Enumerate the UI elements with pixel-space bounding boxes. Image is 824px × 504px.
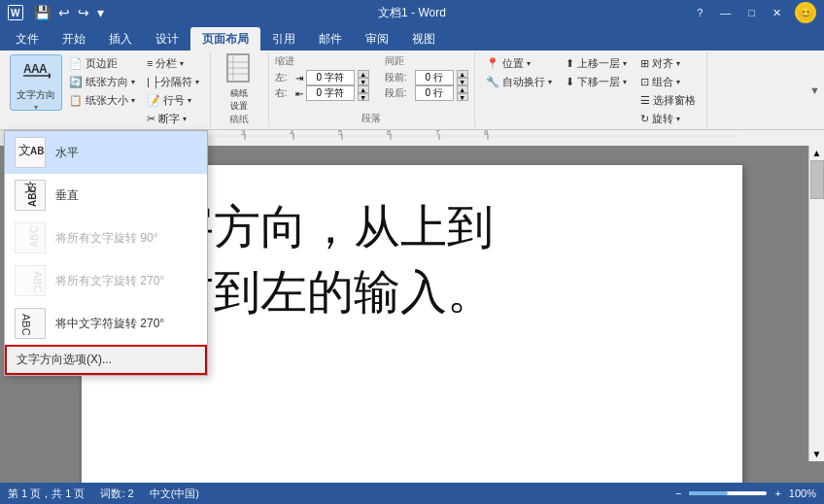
indent-right-input[interactable]: [306, 85, 355, 101]
position-icon: 📍: [486, 57, 499, 70]
align-icon: ⊞: [640, 57, 649, 70]
spacing-after-input[interactable]: [415, 85, 454, 101]
draft-content: 稿纸设置: [218, 54, 260, 111]
status-zoom-out[interactable]: −: [675, 487, 681, 499]
indent-right-down[interactable]: ▼: [358, 93, 369, 101]
vertical-scrollbar[interactable]: ▲ ▼: [808, 146, 824, 461]
scroll-up-btn[interactable]: ▲: [810, 146, 824, 160]
tab-review[interactable]: 审阅: [354, 27, 400, 50]
line-number-btn[interactable]: 📝 行号 ▾: [142, 91, 204, 109]
auto-action-btn[interactable]: 🔧 自动换行 ▾: [481, 73, 557, 90]
group-btn[interactable]: ⊡ 组合 ▾: [635, 73, 701, 90]
draft-paper-btn[interactable]: 稿纸设置: [218, 54, 260, 111]
scroll-down-btn[interactable]: ▼: [810, 447, 824, 461]
indent-right-spinner: ▲ ▼: [358, 85, 369, 101]
align-btn[interactable]: ⊞ 对齐 ▾: [635, 54, 701, 72]
paper-orientation-label: 纸张方向: [86, 75, 128, 89]
send-back-icon: ⬇: [566, 76, 574, 88]
spacing-after-down[interactable]: ▼: [457, 93, 468, 101]
status-zoom-level: 100%: [789, 487, 816, 499]
draft-group-label: 稿纸: [229, 113, 249, 126]
spacing-before-row: 段前: ▲ ▼: [385, 70, 468, 85]
hyphenation-label: 断字: [158, 112, 180, 126]
maximize-btn[interactable]: □: [740, 5, 763, 20]
tab-page-layout[interactable]: 页面布局: [190, 27, 260, 50]
help-btn[interactable]: ?: [689, 5, 710, 20]
group-icon: ⊡: [640, 76, 649, 88]
menu-item-options[interactable]: 文字方向选项(X)...: [5, 345, 207, 375]
status-zoom-in[interactable]: +: [774, 487, 780, 499]
line-number-arrow: ▾: [188, 96, 191, 105]
tab-file[interactable]: 文件: [4, 27, 51, 50]
paper-size-arrow: ▾: [131, 96, 135, 105]
spacing-before-input[interactable]: [415, 70, 454, 85]
status-language: 中文(中国): [150, 487, 199, 501]
menu-item-rotate90[interactable]: ABC 将所有文字旋转 90°: [5, 217, 207, 259]
user-avatar: 😊: [795, 2, 816, 23]
page-margin-label: 页边距: [86, 56, 118, 71]
tab-view[interactable]: 视图: [400, 27, 447, 50]
indent-left-down[interactable]: ▼: [358, 78, 369, 85]
columns-icon: ≡: [147, 57, 153, 69]
spacing-title: 间距: [385, 54, 468, 68]
position-btn[interactable]: 📍 位置 ▾: [481, 54, 557, 72]
status-zoom-bar[interactable]: [689, 491, 767, 495]
status-bar: 第 1 页，共 1 页 词数: 2 中文(中国) − + 100%: [0, 483, 824, 504]
indent-left-spinner: ▲ ▼: [358, 70, 369, 85]
menu-item-vertical[interactable]: 文 ABC 垂直: [5, 174, 207, 217]
status-page: 第 1 页，共 1 页: [8, 487, 85, 501]
expand-ribbon-btn[interactable]: ▼: [809, 84, 820, 96]
menu-item-horizontal[interactable]: 文 ABC 水平: [5, 131, 207, 174]
align-arrow: ▾: [676, 59, 680, 68]
columns-arrow: ▾: [180, 59, 184, 68]
select-pane-btn[interactable]: ☰ 选择窗格: [635, 91, 701, 109]
paper-orientation-btn[interactable]: 🔄 纸张方向 ▾: [64, 73, 140, 90]
spacing-before-up[interactable]: ▲: [457, 70, 468, 78]
menu-label-horizontal: 水平: [55, 145, 79, 161]
redo-quick-btn[interactable]: ↪: [75, 4, 92, 21]
svg-text:W: W: [11, 8, 20, 18]
scroll-thumb[interactable]: [810, 160, 824, 199]
close-btn[interactable]: ✕: [765, 5, 789, 21]
page-setup-content: A A A 文字方向 ▾ 📄 页边距: [10, 54, 204, 127]
ribbon: A A A 文字方向 ▾ 📄 页边距: [0, 50, 824, 130]
tab-references[interactable]: 引用: [260, 27, 307, 50]
hyphenation-btn[interactable]: ✂ 断字 ▾: [142, 110, 204, 127]
arrange-col2: ⬆ 上移一层 ▾ ⬇ 下移一层 ▾: [561, 54, 632, 90]
undo-quick-btn[interactable]: ↩: [55, 4, 73, 21]
spacing-after-up[interactable]: ▲: [457, 85, 468, 93]
line-number-label: 行号: [163, 93, 185, 108]
tab-insert[interactable]: 插入: [97, 27, 144, 50]
save-quick-btn[interactable]: 💾: [31, 4, 53, 21]
menu-item-rotate270[interactable]: ABC 将所有文字旋转 270°: [5, 259, 207, 302]
send-back-btn[interactable]: ⬇ 下移一层 ▾: [561, 73, 632, 90]
align-label: 对齐: [652, 56, 673, 71]
quick-access-more-btn[interactable]: ▾: [94, 4, 107, 21]
indent-right-icon: ⇤: [295, 88, 303, 99]
paper-orientation-icon: 🔄: [69, 76, 83, 88]
bring-forward-btn[interactable]: ⬆ 上移一层 ▾: [561, 54, 632, 72]
indent-left-up[interactable]: ▲: [358, 70, 369, 78]
indent-left-input[interactable]: [306, 70, 355, 85]
minimize-btn[interactable]: —: [712, 5, 738, 20]
svg-text:7: 7: [435, 130, 440, 137]
text-direction-button[interactable]: A A A 文字方向 ▾: [10, 54, 62, 111]
svg-text:ABC: ABC: [28, 225, 40, 248]
rotate-btn[interactable]: ↻ 旋转 ▾: [635, 110, 701, 127]
tab-mailings[interactable]: 邮件: [307, 27, 354, 50]
svg-text:6: 6: [387, 130, 392, 137]
doc-line2: 从右到左的输入。: [120, 259, 704, 324]
menu-icon-horizontal: 文 ABC: [15, 137, 46, 168]
paper-size-btn[interactable]: 📋 纸张大小 ▾: [64, 91, 140, 109]
indent-right-up[interactable]: ▲: [358, 85, 369, 93]
svg-text:A: A: [39, 62, 48, 76]
tab-home[interactable]: 开始: [51, 27, 97, 50]
separator-btn[interactable]: | ├分隔符 ▾: [142, 73, 204, 90]
spacing-before-down[interactable]: ▼: [457, 78, 468, 85]
page-margin-btn[interactable]: 📄 页边距: [64, 54, 140, 72]
columns-btn[interactable]: ≡ 分栏 ▾: [142, 54, 204, 72]
rotate-label: 旋转: [652, 112, 673, 126]
svg-text:ABC: ABC: [20, 314, 32, 336]
tab-design[interactable]: 设计: [144, 27, 190, 50]
menu-item-cjk270[interactable]: ABC 将中文字符旋转 270°: [5, 302, 207, 345]
